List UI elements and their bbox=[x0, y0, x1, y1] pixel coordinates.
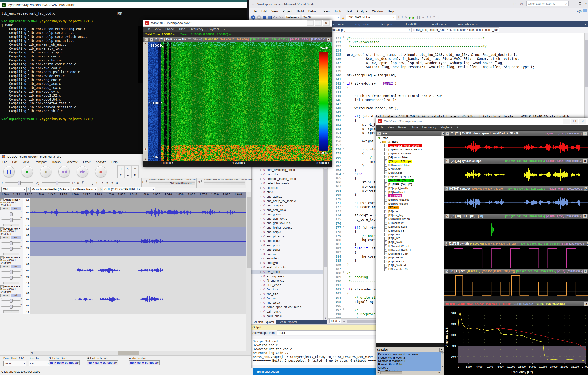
vs-title-bar[interactable]: ∞ Workspace_msvc - Microsoft Visual Stud… bbox=[249, 0, 588, 8]
track-name[interactable]: Audio Track bbox=[4, 198, 18, 201]
expand-icon[interactable]: ▷ bbox=[260, 244, 262, 247]
solo-button[interactable]: Solo bbox=[11, 265, 21, 268]
track-name-row[interactable]: ✕EVSDB_cle▼ bbox=[0, 256, 23, 259]
pan-thumb[interactable] bbox=[10, 276, 13, 280]
avatar[interactable] bbox=[583, 9, 587, 12]
track-name[interactable]: EVSDB_cle bbox=[4, 256, 18, 259]
se-file-enc_acelpx.c[interactable]: ▷Cenc_acelpx.c bbox=[251, 203, 327, 208]
se-file-enc_ppp.c[interactable]: ▷Cenc_ppp.c bbox=[251, 239, 327, 243]
tracks-hscrollbar[interactable]: ◀ bbox=[30, 351, 246, 355]
se-file-enc_amr_wb.c[interactable]: ▷Cenc_amr_wb.c bbox=[251, 208, 327, 212]
zoom-in-icon[interactable]: ⊕ bbox=[106, 181, 108, 185]
draw-tool[interactable]: ✎ bbox=[132, 166, 139, 172]
menu-item-project[interactable]: Project bbox=[283, 10, 292, 13]
tree-item[interactable]: ∿[19] vad_flag bbox=[376, 213, 444, 217]
navigate-forward-icon[interactable]: ▶ bbox=[257, 15, 261, 20]
zoom-tool[interactable]: ⊙ bbox=[117, 172, 125, 178]
menu-item-time[interactable]: Time bbox=[179, 28, 185, 31]
gain-slider[interactable]: −+ bbox=[1, 212, 21, 215]
se-file-corr_xh.c[interactable]: ▷Ccorr_xh.c bbox=[251, 172, 327, 177]
expand-icon[interactable]: ▷ bbox=[260, 200, 262, 202]
tree-item[interactable]: ∿[21] count_WB bbox=[376, 221, 444, 225]
pan-slider[interactable]: LR bbox=[1, 247, 21, 250]
tree-item[interactable]: ∿[26] lt_SWB bbox=[376, 240, 444, 244]
se-file-dtx.c[interactable]: ▷Cdtx.c bbox=[251, 190, 327, 194]
pause-icon[interactable]: ❚❚ bbox=[416, 16, 421, 19]
gain-thumb[interactable] bbox=[10, 241, 13, 245]
se-file-diffcod.c[interactable]: ▷Cdiffcod.c bbox=[251, 186, 327, 190]
nav-method-select[interactable]: ◈evs_enc(Encoder_State * st, const short… bbox=[411, 27, 499, 32]
navigate-back-icon[interactable]: ◀ bbox=[251, 15, 255, 20]
audio-host-select[interactable]: MME▾ bbox=[1, 187, 27, 192]
stop-icon[interactable]: ■ bbox=[422, 16, 424, 19]
se-file-enc_prm.c[interactable]: ▷Cenc_prm.c bbox=[251, 243, 327, 248]
channel-header[interactable]: ⤡[01][01] EVSDB_clean_speech_modified_3_… bbox=[444, 131, 588, 136]
undo-icon[interactable]: ↶ ▾ bbox=[273, 16, 277, 19]
tree-item[interactable]: ∿[20] bwidth_sw_cnt bbox=[376, 217, 444, 221]
pan-thumb[interactable] bbox=[10, 305, 13, 309]
timeline-ruler[interactable]: 1:20.01:21.01:22.01:23.01:24.01:25.01:26… bbox=[0, 192, 246, 198]
trim-icon[interactable]: ▭ bbox=[86, 181, 89, 185]
tree-item[interactable]: ∿[25] lt_WB bbox=[376, 236, 444, 240]
tree-item[interactable]: ∿[18] core bbox=[376, 209, 444, 213]
menu-item-view[interactable]: View bbox=[155, 28, 161, 31]
minimize-button[interactable]: — bbox=[307, 21, 314, 26]
se-file-evs_enc.c[interactable]: ▷Cevs_enc.c bbox=[251, 270, 327, 274]
solo-button[interactable]: Solo bbox=[11, 236, 21, 240]
tree-item-trash[interactable]: ↺Trash bbox=[376, 136, 444, 140]
se-file-enc_nelp.c[interactable]: ▷Cenc_nelp.c bbox=[251, 230, 327, 234]
tree-item[interactable]: ∿[13] bwidth.ref bbox=[376, 190, 444, 194]
maximize-button[interactable]: ❐ bbox=[578, 2, 581, 5]
close-track-icon[interactable]: ✕ bbox=[0, 256, 3, 259]
expand-icon[interactable]: ▷ bbox=[260, 209, 262, 211]
gain-thumb[interactable] bbox=[10, 212, 13, 216]
expand-icon[interactable]: ▷ bbox=[260, 257, 262, 260]
tree-item[interactable]: ∿[33] speech_TCX bbox=[376, 267, 444, 271]
channel-close-icon[interactable]: X bbox=[584, 269, 587, 273]
file-info-hscroll[interactable]: ◀▶ bbox=[377, 371, 441, 374]
gain-slider[interactable]: −+ bbox=[1, 299, 21, 302]
menu-item-playback[interactable]: Playback bbox=[440, 126, 452, 129]
tree-item[interactable]: ∿[22] count_SWB bbox=[376, 225, 444, 229]
plot-close-icon[interactable]: X bbox=[584, 302, 588, 306]
channel-waveform[interactable] bbox=[444, 191, 588, 214]
se-file-enc_higher_acelp.c[interactable]: ▷Cenc_higher_acelp.c bbox=[251, 225, 327, 230]
expand-icon[interactable]: ▷ bbox=[260, 315, 262, 317]
mute-button[interactable]: Mute bbox=[0, 236, 10, 240]
menu-item-view[interactable]: View bbox=[271, 10, 278, 13]
track-name[interactable]: EVSDB_cle bbox=[4, 285, 18, 288]
solution-platform-select[interactable]: Win32▾ bbox=[302, 15, 340, 20]
multi-tool[interactable]: ✻ bbox=[132, 172, 139, 178]
expand-icon[interactable]: ▷ bbox=[260, 231, 262, 233]
expand-icon[interactable]: ▷ bbox=[260, 284, 262, 286]
redo-icon[interactable]: ↷ bbox=[101, 181, 103, 185]
project-tree-header[interactable]: ⤡ aaa X bbox=[376, 131, 446, 136]
se-file-enc_gen_voic.c[interactable]: ▷Cenc_gen_voic.c bbox=[251, 217, 327, 221]
se-file-enc_uv.c[interactable]: ▷Cenc_uv.c bbox=[251, 252, 327, 256]
expand-icon[interactable]: ▷ bbox=[260, 266, 262, 269]
menu-item-file[interactable]: File bbox=[379, 126, 383, 129]
menu-item-frequency[interactable]: Frequency bbox=[422, 126, 436, 129]
expand-icon[interactable]: ▷ bbox=[260, 293, 262, 295]
pan-slider[interactable]: LR bbox=[1, 218, 21, 221]
tree-item[interactable]: ∿[23] count_FB bbox=[376, 229, 444, 232]
selection-end-field[interactable]: 00 h 03 m 20.000 s▾ bbox=[87, 360, 118, 365]
expand-icon[interactable]: ▷ bbox=[260, 262, 262, 264]
spectrogram-channel-header[interactable]: ⤡⤢ [01][03] BWS_issue.48k [0][Mono][48,0… bbox=[143, 37, 332, 42]
menu-item-build[interactable]: Build bbox=[297, 10, 304, 13]
menu-item-?[interactable]: ? bbox=[457, 126, 458, 129]
se-file-fd_cng_enc.c[interactable]: ▷Cfd_cng_enc.c bbox=[251, 279, 327, 283]
menu-item-analyze[interactable]: Analyze bbox=[357, 10, 367, 13]
silence-icon[interactable]: ▯ bbox=[92, 181, 94, 185]
menu-item-time[interactable]: Time bbox=[412, 126, 418, 129]
se-file-encoder.c[interactable]: ▷Cencoder.c bbox=[251, 256, 327, 261]
spectrogram-canvas[interactable] bbox=[148, 42, 332, 161]
build-icon[interactable]: ⇧ bbox=[401, 16, 403, 19]
selection-start-field[interactable]: 00 h 00 m 00.000 s▾ bbox=[49, 360, 80, 365]
tree-item[interactable]: ∿[02] EVSDB_clean_speech_r bbox=[376, 148, 444, 151]
expand-icon[interactable]: ▷ bbox=[260, 227, 262, 229]
speaker-volume-icon[interactable]: ◁) bbox=[36, 181, 39, 185]
file-info-close-icon[interactable]: X bbox=[439, 348, 443, 352]
channel-waveform[interactable] bbox=[444, 246, 588, 269]
se-file-detect_transient.c[interactable]: ▷Cdetect_transient.c bbox=[251, 181, 327, 186]
